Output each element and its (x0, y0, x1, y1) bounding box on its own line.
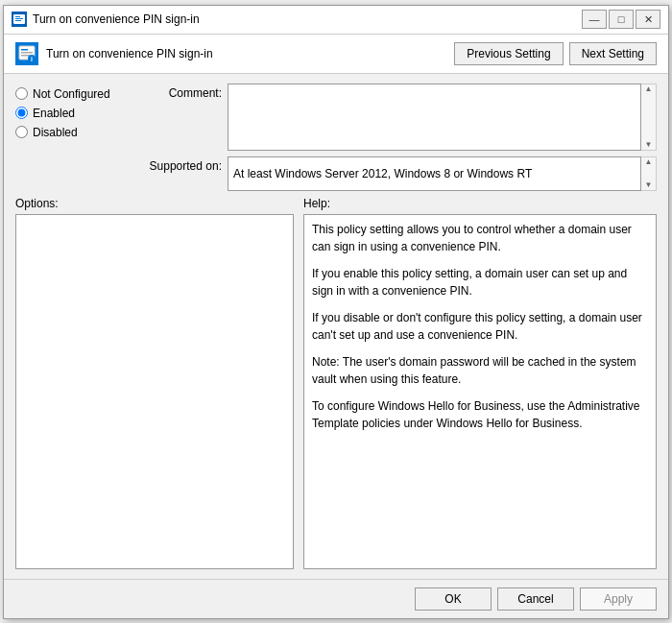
supported-row: Supported on: At least Windows Server 20… (140, 156, 657, 191)
help-para-2: If you enable this policy setting, a dom… (312, 265, 648, 300)
help-label-container: Help: (303, 197, 657, 210)
svg-rect-1 (15, 16, 20, 17)
apply-button[interactable]: Apply (580, 587, 657, 611)
disabled-label: Disabled (33, 126, 78, 139)
svg-rect-6 (21, 52, 33, 54)
right-section: Comment: ▲ ▼ Supported on: At least Wind… (140, 84, 657, 191)
svg-rect-7 (21, 55, 30, 57)
window-controls: — □ ✕ (582, 10, 660, 29)
window-title: Turn on convenience PIN sign-in (33, 12, 200, 26)
help-para-1: This policy setting allows you to contro… (312, 221, 648, 255)
comment-scroll-down[interactable]: ▼ (645, 141, 653, 149)
help-label: Help: (303, 197, 330, 210)
minimize-button[interactable]: — (582, 10, 607, 29)
maximize-button[interactable]: □ (609, 10, 634, 29)
not-configured-label: Not Configured (33, 87, 110, 101)
supported-label: Supported on: (140, 156, 222, 173)
options-label: Options: (15, 197, 59, 210)
supported-field-wrapper: At least Windows Server 2012, Windows 8 … (228, 156, 657, 191)
dialog-body: Not Configured Enabled Disabled Comment: (4, 74, 668, 579)
enabled-radio[interactable] (15, 107, 28, 119)
svg-rect-3 (15, 20, 21, 21)
header-buttons: Previous Setting Next Setting (454, 42, 657, 65)
supported-scroll-down[interactable]: ▼ (645, 181, 653, 189)
supported-scroll-up[interactable]: ▲ (645, 158, 653, 166)
svg-text:i: i (31, 56, 33, 62)
dialog-header: i Turn on convenience PIN sign-in Previo… (4, 35, 668, 74)
enabled-label: Enabled (33, 107, 75, 120)
comment-field-wrapper: ▲ ▼ (228, 84, 657, 151)
main-window: Turn on convenience PIN sign-in — □ ✕ i … (3, 5, 669, 619)
next-setting-button[interactable]: Next Setting (569, 42, 657, 65)
help-section: This policy setting allows you to contro… (303, 214, 657, 569)
comment-scroll-up[interactable]: ▲ (645, 85, 653, 93)
comment-input[interactable] (228, 84, 641, 151)
options-label-container: Options: (15, 197, 294, 210)
close-button[interactable]: ✕ (636, 10, 660, 29)
ok-button[interactable]: OK (415, 587, 492, 611)
radio-group: Not Configured Enabled Disabled (15, 84, 131, 191)
cancel-button[interactable]: Cancel (497, 587, 574, 611)
options-section (15, 214, 294, 569)
window-icon (12, 12, 27, 27)
title-bar-left: Turn on convenience PIN sign-in (12, 12, 200, 27)
not-configured-radio[interactable] (15, 87, 28, 100)
top-section: Not Configured Enabled Disabled Comment: (15, 84, 657, 191)
help-box: This policy setting allows you to contro… (303, 214, 657, 569)
bottom-bar: OK Cancel Apply (4, 579, 668, 618)
comment-scrollbar[interactable]: ▲ ▼ (641, 84, 657, 151)
help-para-3: If you disable or don't configure this p… (312, 309, 648, 344)
svg-rect-5 (21, 49, 28, 51)
previous-setting-button[interactable]: Previous Setting (454, 42, 563, 65)
comment-row: Comment: ▲ ▼ (140, 84, 657, 151)
enabled-option[interactable]: Enabled (15, 107, 131, 120)
svg-rect-2 (15, 18, 23, 19)
disabled-option[interactable]: Disabled (15, 126, 131, 139)
dialog-header-title: Turn on convenience PIN sign-in (46, 47, 213, 60)
title-bar: Turn on convenience PIN sign-in — □ ✕ (4, 6, 668, 35)
policy-icon: i (15, 42, 38, 65)
options-box (15, 214, 294, 569)
section-labels: Options: Help: (15, 197, 657, 210)
not-configured-option[interactable]: Not Configured (15, 87, 131, 101)
disabled-radio[interactable] (15, 126, 28, 138)
help-para-5: To configure Windows Hello for Business,… (312, 397, 648, 432)
supported-value: At least Windows Server 2012, Windows 8 … (228, 156, 641, 191)
sections-row: This policy setting allows you to contro… (15, 214, 657, 569)
comment-label: Comment: (140, 84, 222, 100)
supported-scrollbar[interactable]: ▲ ▼ (641, 156, 657, 191)
dialog-header-left: i Turn on convenience PIN sign-in (15, 42, 213, 65)
help-para-4: Note: The user's domain password will be… (312, 353, 648, 388)
